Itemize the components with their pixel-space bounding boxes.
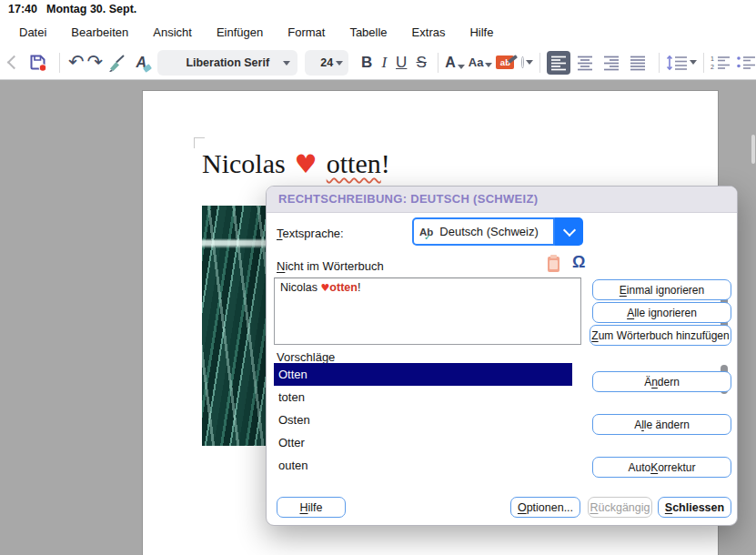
heart-icon: ♥ [320,282,329,294]
font-size-combobox[interactable]: 24 [305,50,348,76]
close-button[interactable]: Schliessen [658,497,731,518]
heart-icon: ♥ [295,149,318,179]
redo-button[interactable]: ↷ [87,53,104,72]
suggestion-item[interactable]: toten [274,386,572,409]
label-rest: lle ignorieren [634,307,697,319]
change-button[interactable]: Ändern [592,371,731,392]
not-in-dictionary-label: Nicht im Wörterbuch [277,259,384,273]
label-rest: um Wörterbuch hinzufügen [599,329,730,342]
sentence-textbox[interactable]: Nicolas ♥otten! [274,278,581,345]
undo-button[interactable]: ↶ [68,53,85,72]
separator [539,53,540,73]
svg-text:1: 1 [711,56,714,62]
mnemonic: S [665,501,672,514]
ordered-list-button[interactable]: 1 2 [711,55,731,70]
justify-button[interactable] [626,51,650,75]
align-center-icon [577,55,593,71]
document-scrollbar[interactable] [751,135,755,164]
underline-button[interactable]: U [391,51,411,75]
clone-formatting-button[interactable] [107,54,126,72]
justify-icon [630,55,646,71]
save-button[interactable] [28,53,47,72]
mnemonic: N [277,259,285,273]
mnemonic: V [277,350,284,364]
no-fill-ring-icon[interactable] [521,56,524,68]
language-field[interactable]: Ab ✓ Deutsch (Schweiz) [412,217,555,246]
font-name-combobox[interactable]: Liberation Serif [157,50,297,76]
spellcheck-dialog: RECHTSCHREIBUNG: DEUTSCH (SCHWEIZ) Texts… [266,186,738,526]
help-button[interactable]: Hilfe [277,497,346,518]
separator [703,53,704,73]
ignore-all-button[interactable]: Alle ignorieren [592,302,731,323]
label-rest: orschläge [284,350,335,364]
chevron-down-icon [690,60,697,65]
mnemonic: H [299,501,307,514]
suggestion-item[interactable]: outen [274,454,572,477]
menu-tabelle[interactable]: Tabelle [349,25,387,39]
mnemonic: n [651,376,658,388]
bold-button[interactable]: B [357,51,377,75]
paste-icon[interactable] [548,257,559,272]
mnemonic: R [590,501,598,514]
options-button[interactable]: Optionen... [510,497,580,518]
label-rest: icht im Wörterbuch [285,259,383,273]
pen-icon [508,55,518,64]
strikethrough-button[interactable]: S [411,51,431,75]
line-spacing-button[interactable] [666,55,697,71]
document-image-water[interactable] [202,206,266,446]
menu-datei[interactable]: Datei [19,25,46,39]
menu-format[interactable]: Format [287,25,325,39]
clock: 17:40 [8,3,37,15]
suggestion-item[interactable]: Osten [274,409,572,431]
collapse-toolbar-icon[interactable] [7,56,22,70]
add-to-dictionary-button[interactable]: Zum Wörterbuch hinzufügen [590,325,731,346]
highlight-color-button[interactable]: ab [496,56,514,69]
document-heading[interactable]: Nicolas♥otten! [202,148,390,179]
label-rest: le ändern [644,419,690,431]
clear-formatting-button[interactable]: A [130,52,152,74]
language-dropdown-button[interactable] [555,217,583,246]
menu-extras[interactable]: Extras [412,25,446,39]
separator [438,53,438,73]
special-character-button[interactable]: Ω [572,253,585,272]
bullet-list-button[interactable] [736,55,756,70]
menu-bearbeiten[interactable]: Bearbeiten [71,25,128,39]
menu-einfuegen[interactable]: Einfügen [217,25,263,39]
paintbrush-icon [107,54,126,72]
suggestion-item-selected[interactable]: Otten [274,363,572,386]
save-icon [28,53,47,72]
label-rest: orrektur [658,461,695,474]
align-center-button[interactable] [573,51,597,75]
autocorrect-button[interactable]: AutoKorrektur [592,457,731,478]
check-glyph: ✓ [424,232,431,242]
suggestions-list: Otten toten Osten Otter outen [274,363,581,479]
menu-ansicht[interactable]: Ansicht [153,25,192,39]
separator [659,53,660,73]
chevron-down-icon [526,60,533,65]
align-left-icon [550,55,567,71]
mnemonic: A [627,307,634,319]
mnemonic: K [650,461,658,474]
font-name-value: Liberation Serif [186,56,269,69]
change-case-button[interactable]: Aa [469,56,493,68]
italic-button[interactable]: I [377,51,391,75]
suggestions-label: Vorschläge [277,350,335,364]
sentence-misspelled: otten [329,281,358,294]
menu-hilfe[interactable]: Hilfe [469,25,493,39]
change-all-button[interactable]: Alle ändern [592,414,731,435]
text-language-label: Textsprache: [277,227,344,240]
chevron-down-icon [336,61,343,66]
label-rest: ückgängig [599,501,650,514]
suggestion-item[interactable]: Otter [274,431,572,454]
ignore-once-button[interactable]: Einmal ignorieren [592,279,731,300]
text-boundary-corner [194,137,205,148]
chevron-down-icon [458,65,465,69]
label-rest: chliessen [672,501,724,514]
font-size-value: 24 [320,56,333,69]
font-color-button[interactable]: A [445,56,465,70]
align-right-button[interactable] [600,51,623,75]
misspelled-word: otten [327,148,381,178]
spellcheck-language-icon: Ab ✓ [419,227,433,237]
align-left-button[interactable] [547,51,570,75]
menu-bar: Datei Bearbeiten Ansicht Einfügen Format… [0,18,756,45]
